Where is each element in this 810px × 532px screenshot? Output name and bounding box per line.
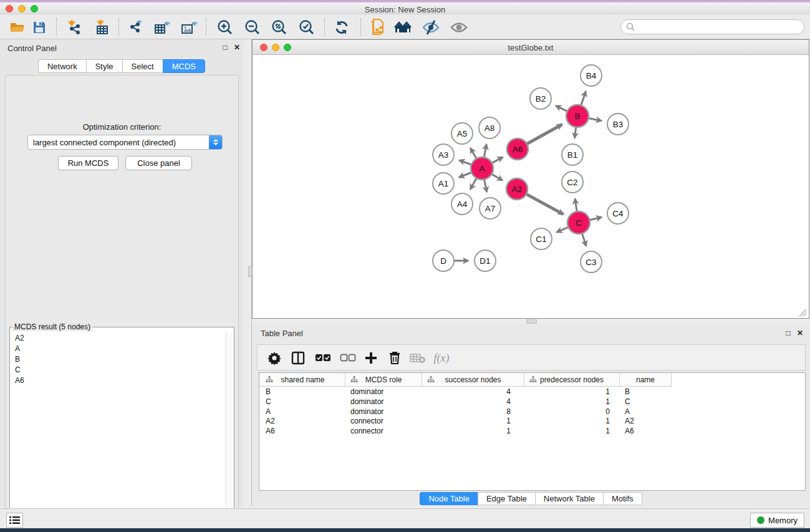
zoom-in-icon[interactable] [216,18,234,37]
close-panel-icon[interactable]: ✕ [233,43,241,52]
close-table-panel-icon[interactable]: ✕ [796,329,804,337]
network-canvas[interactable]: AA6A2BCA5A8A3A1A4A7B4B2B3B1C2C4C1C3DD1 [253,56,808,318]
tab-motifs[interactable]: Motifs [603,492,642,505]
edge-A-A8[interactable] [484,145,486,158]
window-resize-grip[interactable] [797,307,807,317]
save-session-icon[interactable] [30,18,49,37]
memory-button[interactable]: Memory [750,513,804,528]
select-all-icon[interactable] [314,349,332,367]
edge-A6-B[interactable] [527,125,562,144]
edge-A2-C[interactable] [526,194,563,214]
table-row[interactable]: Bdominator41B [259,387,805,397]
hide-selected-icon[interactable] [422,18,440,37]
node-A4[interactable]: A4 [451,193,473,215]
edge-A-A3[interactable] [459,160,471,165]
tab-network[interactable]: Network [38,59,86,73]
show-columns-icon[interactable] [289,349,307,367]
edge-B-B2[interactable] [556,106,567,112]
mcds-result-item[interactable]: B [11,354,226,364]
edge-C-C3[interactable] [582,233,586,246]
node-C[interactable]: C [567,211,590,234]
node-B[interactable]: B [566,105,589,127]
node-A3[interactable]: A3 [433,144,454,165]
node-A5[interactable]: A5 [451,123,473,144]
tab-network-table[interactable]: Network Table [535,492,603,505]
edge-A-A5[interactable] [470,148,476,158]
edge-B-B1[interactable] [574,127,576,138]
edge-A-A4[interactable] [470,178,476,190]
edge-A-A1[interactable] [459,172,471,177]
table-settings-gear-icon[interactable] [265,349,284,367]
export-image-icon[interactable] [180,18,198,37]
node-B1[interactable]: B1 [562,144,583,165]
edge-C-C2[interactable] [575,199,577,212]
import-table-icon[interactable] [94,18,112,37]
table-row[interactable]: Adominator80A [259,407,805,417]
node-B3[interactable]: B3 [607,114,629,135]
tab-mcds[interactable]: MCDS [163,59,205,73]
mcds-result-list[interactable]: A2ABCA6 [11,332,226,532]
node-A[interactable]: A [471,157,493,180]
node-D[interactable]: D [433,250,454,271]
delete-column-icon[interactable] [385,349,404,367]
criterion-select[interactable]: largest connected component (directed) [27,135,223,150]
tab-select[interactable]: Select [122,59,163,73]
column-header-name[interactable]: name [620,373,672,386]
node-C3[interactable]: C3 [581,251,602,273]
node-A2[interactable]: A2 [506,178,528,200]
task-history-button[interactable] [6,513,23,528]
mcds-result-scrollbar[interactable] [226,332,233,532]
horizontal-splitter-grip[interactable] [526,319,537,324]
table-row[interactable]: A2connector11A2 [259,417,805,427]
node-B2[interactable]: B2 [530,88,551,109]
export-table-icon[interactable] [153,18,171,37]
open-session-icon[interactable] [8,18,27,37]
zoom-fit-icon[interactable] [270,18,289,37]
network-window-titlebar[interactable]: testGlobe.txt [253,40,809,55]
node-table[interactable]: shared nameMCDS rolesuccessor nodesprede… [259,372,806,491]
tab-edge-table[interactable]: Edge Table [478,492,535,505]
search-input[interactable] [638,22,794,32]
new-network-from-file-icon[interactable] [368,18,387,37]
mcds-result-item[interactable]: A2 [11,332,226,343]
node-A7[interactable]: A7 [480,198,501,219]
table-row[interactable]: Cdominator41C [259,397,805,407]
column-header-predecessor-nodes[interactable]: predecessor nodes [524,373,620,386]
float-panel-icon[interactable]: □ [221,43,229,52]
edge-A-A2[interactable] [492,174,503,180]
first-neighbors-icon[interactable] [394,18,413,37]
mcds-result-item[interactable]: A6 [11,375,226,385]
export-network-icon[interactable] [127,18,145,37]
node-C1[interactable]: C1 [531,228,552,249]
float-table-panel-icon[interactable]: □ [784,329,793,337]
zoom-selected-icon[interactable] [297,18,316,37]
node-A8[interactable]: A8 [479,117,500,138]
node-A1[interactable]: A1 [433,173,454,194]
edge-B-B4[interactable] [581,92,586,105]
column-header-shared-name[interactable]: shared name [261,373,345,386]
mcds-result-item[interactable]: C [11,364,226,375]
node-D1[interactable]: D1 [475,250,496,271]
close-panel-button[interactable]: Close panel [125,156,192,170]
search-field[interactable] [620,19,804,34]
node-A6[interactable]: A6 [507,138,528,160]
zoom-out-icon[interactable] [243,18,262,37]
tab-style[interactable]: Style [86,59,122,73]
node-B4[interactable]: B4 [581,65,602,86]
tab-node-table[interactable]: Node Table [420,492,478,505]
table-row[interactable]: A6connector11A6 [259,427,805,437]
edge-A-A6[interactable] [492,157,503,163]
import-network-icon[interactable] [65,18,84,37]
mcds-result-item[interactable]: A [11,343,226,354]
run-mcds-button[interactable]: Run MCDS [58,156,118,170]
edge-C-C4[interactable] [590,217,602,220]
node-C4[interactable]: C4 [607,203,629,224]
edge-A-A7[interactable] [485,180,487,192]
refresh-icon[interactable] [332,18,351,37]
edge-B-B3[interactable] [589,118,602,121]
node-C2[interactable]: C2 [562,172,583,193]
edge-C-C1[interactable] [557,227,569,232]
deselect-all-icon[interactable] [339,349,357,367]
column-header-successor-nodes[interactable]: successor nodes [422,373,524,386]
column-header-MCDS-role[interactable]: MCDS role [345,373,422,386]
